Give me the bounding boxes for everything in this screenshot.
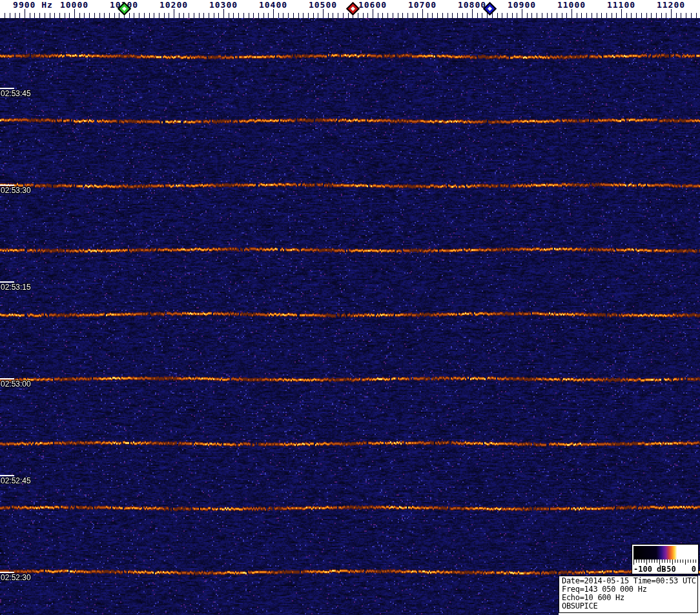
freq-minor-tick bbox=[696, 13, 697, 18]
freq-minor-tick bbox=[577, 13, 577, 18]
freq-label: 10600 bbox=[358, 0, 387, 10]
freq-minor-tick bbox=[437, 13, 438, 18]
freq-minor-tick bbox=[194, 13, 194, 18]
freq-label: 10500 bbox=[309, 0, 337, 10]
freq-minor-tick bbox=[283, 13, 283, 18]
db-label-mid: -50 bbox=[662, 565, 676, 574]
db-scale-tick bbox=[659, 560, 660, 565]
freq-minor-tick bbox=[308, 13, 309, 18]
freq-minor-tick bbox=[298, 13, 299, 18]
freq-major-tick bbox=[223, 9, 224, 18]
db-gradient-bar bbox=[633, 546, 697, 560]
freq-minor-tick bbox=[293, 13, 294, 18]
db-scale-tick bbox=[652, 560, 652, 563]
freq-minor-tick bbox=[348, 13, 349, 18]
time-label: 02:52:30 bbox=[1, 573, 31, 582]
freq-minor-tick bbox=[333, 13, 333, 18]
freq-minor-tick bbox=[134, 13, 134, 18]
freq-minor-tick bbox=[139, 13, 139, 18]
time-label: 02:53:15 bbox=[1, 283, 31, 292]
db-scale-tick bbox=[667, 560, 668, 563]
spectrogram-canvas[interactable] bbox=[0, 18, 700, 615]
freq-minor-tick bbox=[15, 13, 15, 18]
time-label: 02:52:45 bbox=[1, 476, 31, 485]
freq-minor-tick bbox=[586, 13, 587, 18]
freq-minor-tick bbox=[149, 13, 150, 18]
freq-minor-tick bbox=[84, 13, 85, 18]
freq-minor-tick bbox=[517, 13, 517, 18]
freq-major-tick bbox=[571, 9, 572, 18]
freq-minor-tick bbox=[681, 13, 681, 18]
freq-minor-tick bbox=[562, 13, 562, 18]
freq-minor-tick bbox=[432, 13, 433, 18]
freq-minor-tick bbox=[477, 13, 478, 18]
freq-minor-tick bbox=[199, 13, 200, 18]
freq-minor-tick bbox=[288, 13, 289, 18]
freq-minor-tick bbox=[592, 13, 592, 18]
freq-minor-tick bbox=[387, 13, 388, 18]
freq-minor-tick bbox=[581, 13, 582, 18]
freq-minor-tick bbox=[527, 13, 528, 18]
freq-minor-tick bbox=[214, 13, 214, 18]
db-scale-tick bbox=[644, 560, 644, 563]
db-scale-tick bbox=[639, 560, 639, 563]
freq-major-tick bbox=[74, 9, 75, 18]
marker-center-dot bbox=[122, 6, 127, 11]
db-scale-tick bbox=[675, 560, 675, 563]
freq-minor-tick bbox=[169, 13, 169, 18]
freq-minor-tick bbox=[382, 13, 383, 18]
freq-minor-tick bbox=[39, 13, 40, 18]
freq-minor-tick bbox=[203, 13, 204, 18]
freq-label: 10000 bbox=[60, 0, 88, 10]
freq-minor-tick bbox=[159, 13, 160, 18]
freq-major-tick bbox=[621, 9, 622, 18]
db-scale-tick bbox=[680, 560, 681, 563]
freq-major-tick bbox=[273, 9, 274, 18]
freq-minor-tick bbox=[651, 13, 652, 18]
freq-minor-tick bbox=[601, 13, 602, 18]
db-scale-tick bbox=[649, 560, 650, 563]
frequency-ruler[interactable]: 9900 Hz100001010010200103001040010500106… bbox=[0, 0, 700, 18]
db-scale-tick bbox=[664, 560, 665, 563]
freq-minor-tick bbox=[99, 13, 100, 18]
freq-minor-tick bbox=[278, 13, 279, 18]
waterfall-screen: 9900 Hz100001010010200103001040010500106… bbox=[0, 0, 700, 615]
freq-minor-tick bbox=[338, 13, 338, 18]
freq-minor-tick bbox=[249, 13, 249, 18]
db-label-max: 0 bbox=[692, 565, 696, 574]
freq-minor-tick bbox=[367, 13, 368, 18]
freq-label: 10400 bbox=[259, 0, 287, 10]
freq-minor-tick bbox=[492, 13, 493, 18]
freq-minor-tick bbox=[50, 13, 50, 18]
freq-minor-tick bbox=[626, 13, 627, 18]
time-label: 02:53:30 bbox=[1, 186, 31, 195]
freq-minor-tick bbox=[258, 13, 259, 18]
info-box-border: Date=2014-05-15 Time=00:53 UTC Freq=143 … bbox=[559, 576, 698, 613]
freq-minor-tick bbox=[448, 13, 448, 18]
freq-minor-tick bbox=[616, 13, 617, 18]
freq-minor-tick bbox=[268, 13, 269, 18]
marker-center-dot bbox=[488, 6, 492, 11]
freq-minor-tick bbox=[104, 13, 105, 18]
freq-minor-tick bbox=[606, 13, 607, 18]
freq-minor-tick bbox=[69, 13, 70, 18]
freq-minor-tick bbox=[497, 13, 498, 18]
freq-minor-tick bbox=[318, 13, 318, 18]
freq-minor-tick bbox=[398, 13, 398, 18]
db-scale-tick bbox=[677, 560, 678, 563]
freq-minor-tick bbox=[45, 13, 45, 18]
db-scale-tick bbox=[685, 560, 686, 565]
freq-minor-tick bbox=[646, 13, 647, 18]
freq-minor-tick bbox=[566, 13, 567, 18]
freq-minor-tick bbox=[402, 13, 403, 18]
freq-minor-tick bbox=[417, 13, 418, 18]
freq-minor-tick bbox=[661, 13, 662, 18]
freq-minor-tick bbox=[542, 13, 542, 18]
freq-minor-tick bbox=[114, 13, 115, 18]
db-scale-tick bbox=[688, 560, 688, 563]
freq-minor-tick bbox=[467, 13, 468, 18]
freq-minor-tick bbox=[656, 13, 657, 18]
freq-label: 10200 bbox=[160, 0, 188, 10]
db-color-scale: -100 dB -50 0 bbox=[632, 544, 699, 574]
freq-minor-tick bbox=[427, 13, 428, 18]
